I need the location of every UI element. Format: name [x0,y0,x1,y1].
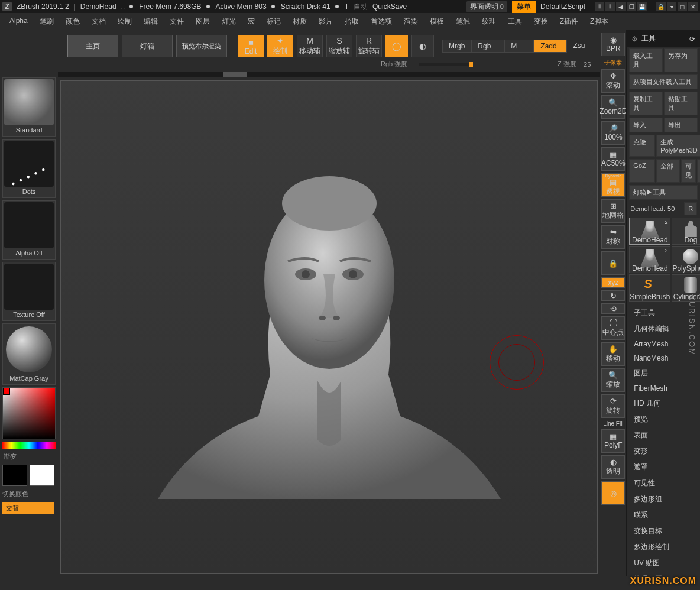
rot-y-button[interactable]: ↻ [601,290,625,301]
load-tool-button[interactable]: 载入工具 [629,48,663,72]
section-多边形组[interactable]: 多边形组 [627,491,700,507]
paste-tool-button[interactable]: 粘贴工具 [664,92,698,115]
viewport[interactable] [60,80,598,574]
section-变形[interactable]: 变形 [627,443,700,459]
menu-灯光[interactable]: 灯光 [216,14,242,29]
lock-icon[interactable]: 🔒 [656,2,666,11]
section-表面[interactable]: 表面 [627,427,700,443]
section-HD 几何[interactable]: HD 几何 [627,396,700,411]
color-picker[interactable] [2,387,56,439]
gradient-label[interactable]: 渐变 [2,451,56,462]
switch-color-label[interactable]: 切换颜色 [2,488,56,500]
polyf-button[interactable]: ▦PolyF [601,429,625,453]
move-view-button[interactable]: ✋移动 [601,342,625,366]
tool-thumb-demohead[interactable]: 2DemoHead [629,246,670,273]
menu-Z脚本[interactable]: Z脚本 [584,14,614,29]
rgb-button[interactable]: Rgb [471,40,504,53]
menu-颜色[interactable]: 颜色 [60,14,86,29]
hue-bar[interactable] [2,442,56,449]
make-polymesh-button[interactable]: 生成 PolyMesh3D [656,135,700,157]
rotate-view-button[interactable]: ⟳旋转 [601,394,625,418]
ui-trans-label[interactable]: 界面透明 0 [466,1,507,12]
texture-picker[interactable]: Texture Off [2,262,56,321]
menu-渲染[interactable]: 渲染 [398,14,424,29]
swatch-white[interactable] [30,465,54,486]
dup-icon[interactable]: ❐ [627,2,636,11]
zsu-button[interactable]: Zsu [567,40,591,53]
section-FiberMesh[interactable]: FiberMesh [627,381,700,396]
export-button[interactable]: 导出 [664,118,698,132]
lock-view-button[interactable]: 🔒 [601,251,625,275]
menu-模板[interactable]: 模板 [424,14,450,29]
tool-thumb-cylinder3d[interactable]: Cylinder3D [672,274,700,302]
transp-button[interactable]: ◐透明 [601,455,625,479]
actual-button[interactable]: 🔎100% [601,121,625,145]
sculpt-sphere-button[interactable]: ◯ [385,35,408,57]
saveas-button[interactable]: 另存为 [664,48,698,72]
section-可见性[interactable]: 可见性 [627,475,700,491]
sym-button[interactable]: ⇋对称 [601,225,625,249]
tool-thumb-simplebrush[interactable]: SSimpleBrush [629,274,670,302]
menu-编辑[interactable]: 编辑 [138,14,164,29]
menu-Alpha[interactable]: Alpha [4,14,34,29]
alpha-picker[interactable]: Alpha Off [2,200,56,260]
zoom-button[interactable]: 🔍Zoom2D [601,95,625,119]
all-button[interactable]: 全部 [656,159,680,183]
persp-button[interactable]: Dynamic▤透视 [601,173,625,197]
section-多边形绘制[interactable]: 多边形绘制 [627,539,700,555]
maximize-icon[interactable]: ◻ [678,2,687,11]
load-project-button[interactable]: 从项目文件载入工具 [629,74,698,89]
ghost-button[interactable]: ◎ [601,481,625,505]
r2-button[interactable]: R [684,202,697,215]
sculpt-sphere2-button[interactable]: ◐ [411,35,434,57]
floor-button[interactable]: ⊞地网格 [601,199,625,223]
tool-thumb-dog[interactable]: Dog [672,218,700,245]
mrgb-button[interactable]: Mrgb [442,40,471,53]
minimize-icon[interactable]: ▾ [667,2,676,11]
menu-图层[interactable]: 图层 [190,14,216,29]
gear-icon[interactable]: ⚙ [631,35,638,43]
bpr-button[interactable]: ◉BPR [601,33,625,56]
move-mode-button[interactable]: M移动辅 [297,35,323,57]
lightbox-button[interactable]: 灯箱 [122,35,173,57]
scale-mode-button[interactable]: S缩放辅 [326,35,352,57]
alternate-button[interactable]: 交替 [2,502,54,514]
menu-变换[interactable]: 变换 [528,14,554,29]
zoom-view-button[interactable]: 🔍缩放 [601,368,625,392]
rot-z-button[interactable]: ⟲ [601,303,625,314]
goz-button[interactable]: GoZ [629,159,655,183]
menu-绘制[interactable]: 绘制 [112,14,138,29]
swatch-black[interactable] [2,465,27,486]
copy-tool-button[interactable]: 复制工具 [629,92,663,115]
zadd-button[interactable]: Zadd [534,40,567,53]
menu-文件[interactable]: 文件 [164,14,190,29]
menu-标记[interactable]: 标记 [261,14,287,29]
visible-button[interactable]: 可见 [681,159,696,183]
menu-首选项[interactable]: 首选项 [365,14,398,29]
section-预览[interactable]: 预览 [627,411,700,427]
xyz-button[interactable]: xyz [601,277,625,288]
frame-button[interactable]: ⛶中心点 [601,316,625,340]
section-UV 贴图[interactable]: UV 贴图 [627,555,700,571]
menu-笔刷[interactable]: 笔刷 [34,14,60,29]
tool-thumb-demohead[interactable]: 2DemoHead [629,218,670,245]
bpr-preview-button[interactable]: 预览布尔渲染 [176,35,227,57]
home-button[interactable]: 主页 [67,35,118,57]
menu-拾取[interactable]: 拾取 [339,14,365,29]
r-button[interactable]: R [697,159,700,183]
section-变换目标[interactable]: 变换目标 [627,523,700,539]
draw-mode-button[interactable]: ✦绘制 [267,35,293,57]
section-图层[interactable]: 图层 [627,365,700,381]
menu-工具[interactable]: 工具 [502,14,528,29]
edit-mode-button[interactable]: ▣Edit [238,35,264,57]
rotate-mode-button[interactable]: R旋转辅 [356,35,382,57]
quicksave-button[interactable]: QuickSave [372,2,407,11]
save-icon[interactable]: 💾 [637,2,647,11]
layout2-icon[interactable]: ⫴ [605,2,615,11]
section-遮罩[interactable]: 遮罩 [627,459,700,475]
m-button[interactable]: M [504,40,534,53]
menu-纹理[interactable]: 纹理 [476,14,502,29]
material-picker[interactable]: MatCap Gray [2,323,56,385]
section-联系[interactable]: 联系 [627,507,700,523]
menu-Z插件[interactable]: Z插件 [554,14,584,29]
